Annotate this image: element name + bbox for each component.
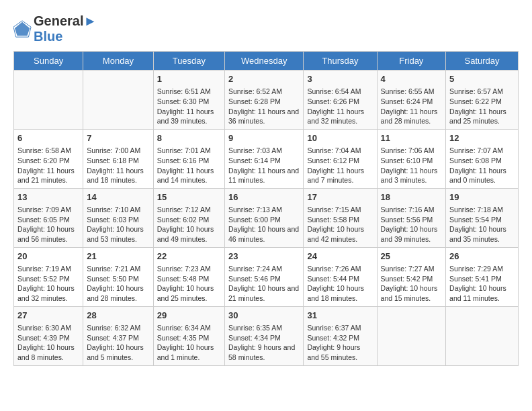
logo-text: General► Blue [34, 13, 97, 44]
header-day-wednesday: Wednesday [225, 52, 304, 71]
day-content: Sunrise: 7:06 AM Sunset: 6:10 PM Dayligh… [381, 146, 443, 185]
calendar-cell: 1Sunrise: 6:51 AM Sunset: 6:30 PM Daylig… [153, 71, 224, 130]
day-content: Sunrise: 7:12 AM Sunset: 6:02 PM Dayligh… [157, 205, 221, 244]
calendar-header-row: SundayMondayTuesdayWednesdayThursdayFrid… [14, 52, 519, 71]
day-content: Sunrise: 7:27 AM Sunset: 5:42 PM Dayligh… [381, 264, 443, 304]
day-number: 18 [381, 191, 443, 203]
day-content: Sunrise: 6:51 AM Sunset: 6:30 PM Dayligh… [157, 87, 221, 126]
calendar-cell: 18Sunrise: 7:16 AM Sunset: 5:56 PM Dayli… [377, 188, 446, 247]
page-header: General► Blue [13, 13, 519, 44]
calendar-cell: 13Sunrise: 7:09 AM Sunset: 6:05 PM Dayli… [14, 188, 83, 247]
header-day-sunday: Sunday [14, 52, 83, 71]
day-content: Sunrise: 7:16 AM Sunset: 5:56 PM Dayligh… [381, 205, 443, 244]
header-day-friday: Friday [377, 52, 446, 71]
calendar-cell: 4Sunrise: 6:55 AM Sunset: 6:24 PM Daylig… [377, 71, 446, 130]
week-row-4: 20Sunrise: 7:19 AM Sunset: 5:52 PM Dayli… [14, 247, 519, 306]
header-day-thursday: Thursday [304, 52, 377, 71]
calendar-cell: 14Sunrise: 7:10 AM Sunset: 6:03 PM Dayli… [83, 188, 153, 247]
day-number: 4 [381, 73, 443, 85]
calendar-cell: 24Sunrise: 7:26 AM Sunset: 5:44 PM Dayli… [304, 247, 377, 306]
day-content: Sunrise: 6:52 AM Sunset: 6:28 PM Dayligh… [228, 87, 300, 126]
day-content: Sunrise: 6:32 AM Sunset: 4:37 PM Dayligh… [87, 323, 149, 363]
day-number: 5 [449, 73, 515, 85]
week-row-5: 27Sunrise: 6:30 AM Sunset: 4:39 PM Dayli… [14, 306, 519, 365]
day-content: Sunrise: 7:23 AM Sunset: 5:48 PM Dayligh… [157, 264, 221, 304]
day-content: Sunrise: 6:34 AM Sunset: 4:35 PM Dayligh… [157, 323, 221, 363]
calendar-cell: 28Sunrise: 6:32 AM Sunset: 4:37 PM Dayli… [83, 306, 153, 365]
calendar-cell [83, 71, 153, 130]
week-row-3: 13Sunrise: 7:09 AM Sunset: 6:05 PM Dayli… [14, 188, 519, 247]
day-content: Sunrise: 6:58 AM Sunset: 6:20 PM Dayligh… [17, 146, 79, 185]
day-number: 2 [228, 73, 300, 85]
day-content: Sunrise: 7:09 AM Sunset: 6:05 PM Dayligh… [17, 205, 79, 244]
day-content: Sunrise: 7:26 AM Sunset: 5:44 PM Dayligh… [307, 264, 373, 304]
day-number: 11 [381, 132, 443, 144]
calendar-cell: 11Sunrise: 7:06 AM Sunset: 6:10 PM Dayli… [377, 129, 446, 188]
day-number: 3 [307, 73, 373, 85]
day-content: Sunrise: 7:01 AM Sunset: 6:16 PM Dayligh… [157, 146, 221, 185]
day-number: 21 [87, 250, 149, 263]
week-row-1: 1Sunrise: 6:51 AM Sunset: 6:30 PM Daylig… [14, 71, 519, 130]
week-row-2: 6Sunrise: 6:58 AM Sunset: 6:20 PM Daylig… [14, 129, 519, 188]
calendar-cell: 12Sunrise: 7:07 AM Sunset: 6:08 PM Dayli… [446, 129, 519, 188]
header-day-tuesday: Tuesday [153, 52, 224, 71]
day-content: Sunrise: 6:57 AM Sunset: 6:22 PM Dayligh… [449, 87, 515, 126]
header-day-monday: Monday [83, 52, 153, 71]
day-content: Sunrise: 6:35 AM Sunset: 4:34 PM Dayligh… [228, 323, 300, 363]
day-content: Sunrise: 7:21 AM Sunset: 5:50 PM Dayligh… [87, 264, 149, 304]
day-number: 31 [307, 310, 373, 322]
calendar-cell: 7Sunrise: 7:00 AM Sunset: 6:18 PM Daylig… [83, 129, 153, 188]
calendar-cell: 27Sunrise: 6:30 AM Sunset: 4:39 PM Dayli… [14, 306, 83, 365]
calendar-cell: 25Sunrise: 7:27 AM Sunset: 5:42 PM Dayli… [377, 247, 446, 306]
calendar-cell: 3Sunrise: 6:54 AM Sunset: 6:26 PM Daylig… [304, 71, 377, 130]
calendar-cell: 5Sunrise: 6:57 AM Sunset: 6:22 PM Daylig… [446, 71, 519, 130]
calendar-cell [446, 306, 519, 365]
day-content: Sunrise: 7:00 AM Sunset: 6:18 PM Dayligh… [87, 146, 149, 185]
calendar-cell: 9Sunrise: 7:03 AM Sunset: 6:14 PM Daylig… [225, 129, 304, 188]
day-content: Sunrise: 7:29 AM Sunset: 5:41 PM Dayligh… [449, 264, 515, 304]
calendar-cell: 23Sunrise: 7:24 AM Sunset: 5:46 PM Dayli… [225, 247, 304, 306]
logo-icon [13, 19, 32, 38]
day-number: 19 [449, 191, 515, 203]
day-number: 29 [157, 310, 221, 322]
day-content: Sunrise: 7:18 AM Sunset: 5:54 PM Dayligh… [449, 205, 515, 244]
day-number: 26 [449, 250, 515, 263]
calendar-cell: 16Sunrise: 7:13 AM Sunset: 6:00 PM Dayli… [225, 188, 304, 247]
calendar-cell: 6Sunrise: 6:58 AM Sunset: 6:20 PM Daylig… [14, 129, 83, 188]
day-content: Sunrise: 6:54 AM Sunset: 6:26 PM Dayligh… [307, 87, 373, 126]
calendar-cell: 29Sunrise: 6:34 AM Sunset: 4:35 PM Dayli… [153, 306, 224, 365]
calendar-cell: 10Sunrise: 7:04 AM Sunset: 6:12 PM Dayli… [304, 129, 377, 188]
day-number: 24 [307, 250, 373, 263]
day-number: 12 [449, 132, 515, 144]
day-content: Sunrise: 7:19 AM Sunset: 5:52 PM Dayligh… [17, 264, 79, 304]
logo: General► Blue [13, 13, 97, 44]
day-content: Sunrise: 6:37 AM Sunset: 4:32 PM Dayligh… [307, 323, 373, 363]
day-number: 7 [87, 132, 149, 144]
day-number: 10 [307, 132, 373, 144]
calendar-cell [377, 306, 446, 365]
day-number: 17 [307, 191, 373, 203]
calendar-cell: 20Sunrise: 7:19 AM Sunset: 5:52 PM Dayli… [14, 247, 83, 306]
day-number: 25 [381, 250, 443, 263]
calendar-cell: 22Sunrise: 7:23 AM Sunset: 5:48 PM Dayli… [153, 247, 224, 306]
day-content: Sunrise: 7:15 AM Sunset: 5:58 PM Dayligh… [307, 205, 373, 244]
day-number: 20 [17, 250, 79, 263]
day-number: 6 [17, 132, 79, 144]
day-content: Sunrise: 7:10 AM Sunset: 6:03 PM Dayligh… [87, 205, 149, 244]
day-content: Sunrise: 7:13 AM Sunset: 6:00 PM Dayligh… [228, 205, 300, 244]
calendar-cell: 26Sunrise: 7:29 AM Sunset: 5:41 PM Dayli… [446, 247, 519, 306]
calendar-cell: 21Sunrise: 7:21 AM Sunset: 5:50 PM Dayli… [83, 247, 153, 306]
day-number: 8 [157, 132, 221, 144]
calendar-cell: 19Sunrise: 7:18 AM Sunset: 5:54 PM Dayli… [446, 188, 519, 247]
day-number: 28 [87, 310, 149, 322]
day-number: 22 [157, 250, 221, 263]
calendar-cell: 2Sunrise: 6:52 AM Sunset: 6:28 PM Daylig… [225, 71, 304, 130]
day-number: 27 [17, 310, 79, 322]
day-number: 30 [228, 310, 300, 322]
day-content: Sunrise: 7:07 AM Sunset: 6:08 PM Dayligh… [449, 146, 515, 185]
day-content: Sunrise: 7:24 AM Sunset: 5:46 PM Dayligh… [228, 264, 300, 304]
calendar-cell: 8Sunrise: 7:01 AM Sunset: 6:16 PM Daylig… [153, 129, 224, 188]
day-number: 1 [157, 73, 221, 85]
header-day-saturday: Saturday [446, 52, 519, 71]
calendar-cell [14, 71, 83, 130]
